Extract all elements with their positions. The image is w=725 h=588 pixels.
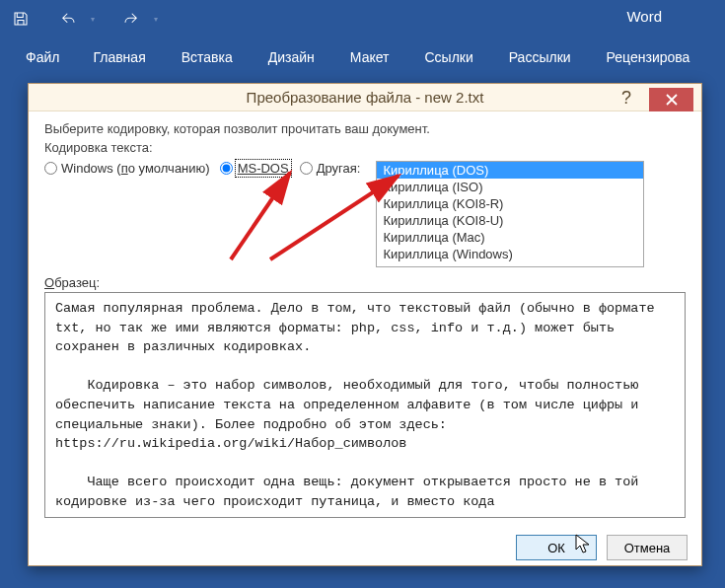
sample-label: Образец: — [44, 275, 686, 290]
close-button[interactable] — [649, 88, 693, 111]
tab-references[interactable]: Ссылки — [406, 43, 490, 71]
list-item[interactable]: Кириллица (Windows) — [377, 246, 643, 262]
qat-separator: ▾ — [91, 15, 95, 24]
radio-windows-label: Windows (по умолчанию) — [61, 161, 210, 176]
cancel-button[interactable]: Отмена — [607, 535, 688, 560]
tab-mailings[interactable]: Рассылки — [491, 43, 589, 71]
dialog-titlebar: Преобразование файла - new 2.txt ? — [29, 84, 701, 111]
redo-icon[interactable] — [120, 8, 142, 30]
file-conversion-dialog: Преобразование файла - new 2.txt ? Выбер… — [28, 83, 702, 566]
radio-other-label: Другая: — [317, 161, 361, 176]
tab-layout[interactable]: Макет — [332, 43, 407, 71]
tab-review[interactable]: Рецензирова — [589, 43, 708, 71]
radio-other[interactable]: Другая: — [300, 161, 361, 176]
help-button[interactable]: ? — [607, 84, 646, 111]
qat-dropdown-icon[interactable]: ▾ — [154, 15, 158, 24]
dialog-button-row: ОК Отмена — [29, 530, 701, 565]
radio-windows[interactable]: Windows (по умолчанию) — [44, 161, 210, 176]
radio-msdos[interactable]: MS-DOS — [220, 161, 290, 176]
radio-other-input[interactable] — [300, 162, 313, 175]
encoding-listbox[interactable]: Кириллица (DOS) Кириллица (ISO) Кириллиц… — [376, 161, 644, 267]
ribbon-tabs: Файл Главная Вставка Дизайн Макет Ссылки… — [0, 43, 707, 71]
radio-msdos-label: MS-DOS — [237, 161, 290, 176]
tab-insert[interactable]: Вставка — [164, 43, 251, 71]
dialog-body: Выберите кодировку, которая позволит про… — [29, 111, 701, 530]
app-title: Word — [626, 8, 662, 25]
encoding-radio-row: Windows (по умолчанию) MS-DOS Другая: Ки… — [44, 161, 686, 267]
save-icon[interactable] — [10, 8, 32, 30]
sample-preview[interactable]: Самая популярная проблема. Дело в том, ч… — [44, 292, 686, 518]
mouse-cursor-icon — [575, 534, 591, 555]
list-item[interactable]: Кириллица (ISO) — [377, 179, 643, 195]
instruction-text: Выберите кодировку, которая позволит про… — [44, 121, 686, 136]
tab-home[interactable]: Главная — [75, 43, 163, 71]
list-item[interactable]: Кириллица (KOI8-R) — [377, 195, 643, 212]
quick-access-toolbar: ▾ ▾ — [0, 0, 158, 37]
list-item[interactable]: Кириллица (DOS) — [377, 162, 643, 179]
word-window: ▾ ▾ Word Файл Главная Вставка Дизайн Мак… — [0, 0, 725, 588]
tab-design[interactable]: Дизайн — [251, 43, 332, 71]
file-tab[interactable]: Файл — [10, 43, 75, 71]
list-item[interactable]: Кириллица (KOI8-U) — [377, 212, 643, 229]
dialog-title: Преобразование файла - new 2.txt — [29, 89, 701, 106]
radio-msdos-input[interactable] — [220, 162, 233, 175]
encoding-group-label: Кодировка текста: — [44, 140, 686, 155]
list-item[interactable]: Кириллица (Mac) — [377, 229, 643, 246]
radio-windows-input[interactable] — [44, 162, 57, 175]
undo-icon[interactable] — [57, 8, 79, 30]
